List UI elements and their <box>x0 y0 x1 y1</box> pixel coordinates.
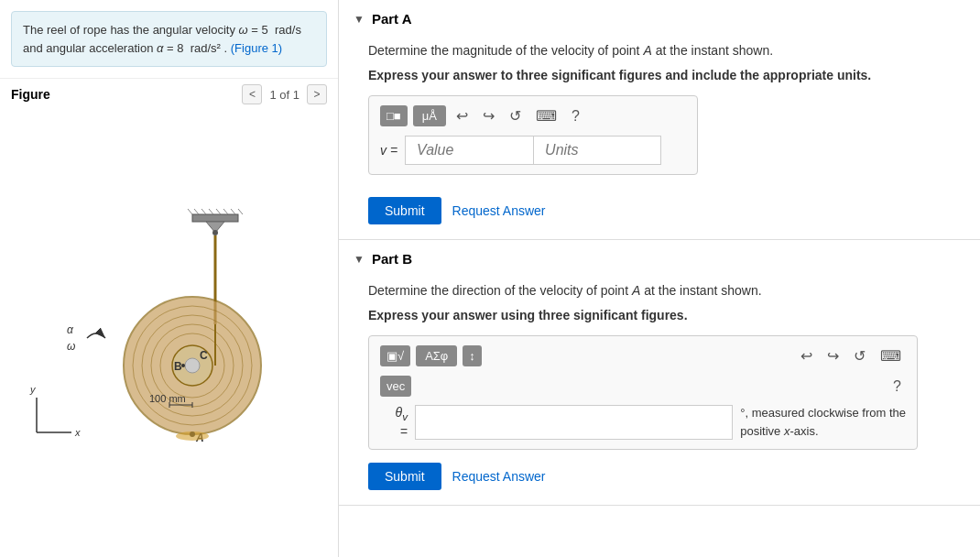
svg-text:C: C <box>200 349 208 362</box>
svg-line-5 <box>188 209 192 214</box>
part-b-symbol-icon: ΑΣφ <box>425 349 448 363</box>
part-a-actions: Submit Request Answer <box>368 197 951 224</box>
part-a-section: ▼ Part A Determine the magnitude of the … <box>339 0 980 240</box>
svg-text:x: x <box>74 427 81 438</box>
symbol-icon: μÅ <box>422 109 437 123</box>
part-b-help-btn[interactable]: ? <box>888 377 906 397</box>
part-b-header[interactable]: ▼ Part B <box>339 240 980 278</box>
part-a-input-label: v = <box>380 143 397 158</box>
svg-line-7 <box>201 209 206 214</box>
part-b-format-icon: ▣√ <box>387 349 404 363</box>
part-a-request-link[interactable]: Request Answer <box>452 203 546 218</box>
part-b-toolbar2: vec ? <box>380 376 906 397</box>
svg-line-10 <box>223 209 228 214</box>
svg-point-27 <box>181 364 185 367</box>
part-a-answer-box: □■ μÅ ↩ ↪ ↺ ⌨ ? v = <box>368 95 698 175</box>
svg-line-9 <box>216 209 221 214</box>
svg-text:α: α <box>67 323 74 336</box>
part-a-question1: Determine the magnitude of the velocity … <box>368 41 951 60</box>
part-b-actions: Submit Request Answer <box>368 463 951 490</box>
part-a-content: Determine the magnitude of the velocity … <box>339 38 980 239</box>
svg-point-25 <box>185 358 200 373</box>
part-b-undo-btn[interactable]: ↩ <box>796 345 817 366</box>
svg-line-12 <box>238 209 243 214</box>
part-a-header[interactable]: ▼ Part A <box>339 0 980 38</box>
part-b-vec-btn[interactable]: vec <box>380 376 411 397</box>
svg-text:y: y <box>29 384 37 395</box>
figure-svg: y x α ω <box>14 205 325 462</box>
part-a-input-row: v = <box>380 136 686 165</box>
part-a-help-btn[interactable]: ? <box>567 106 584 126</box>
part-a-value-input[interactable] <box>405 136 533 165</box>
part-b-question2: Express your answer using three signific… <box>368 308 951 322</box>
part-a-question2: Express your answer to three significant… <box>368 68 951 82</box>
vec-icon: vec <box>387 379 405 393</box>
left-panel: The reel of rope has the angular velocit… <box>0 0 339 557</box>
part-b-theta-label: θv = <box>380 404 408 440</box>
svg-line-8 <box>209 209 213 214</box>
part-a-refresh-btn[interactable]: ↺ <box>505 105 526 126</box>
svg-text:ω: ω <box>67 340 75 353</box>
format-icon: □■ <box>387 109 401 123</box>
figure-page-label: 1 of 1 <box>269 88 299 102</box>
part-b-title: Part B <box>372 251 412 267</box>
svg-rect-4 <box>192 214 238 222</box>
right-panel: ▼ Part A Determine the magnitude of the … <box>339 0 980 557</box>
svg-text:B: B <box>174 360 182 373</box>
problem-text-line2: and angular acceleration α = 8 rad/s² . <box>23 41 231 55</box>
part-b-format-btn[interactable]: ▣√ <box>380 345 410 366</box>
figure-link[interactable]: (Figure 1) <box>231 41 282 55</box>
part-a-undo-btn[interactable]: ↩ <box>452 105 473 126</box>
svg-line-6 <box>194 209 199 214</box>
part-b-keyboard-btn[interactable]: ⌨ <box>876 345 906 366</box>
part-b-theta-suffix: °, measured clockwise from thepositive x… <box>740 404 906 440</box>
part-a-format-btn[interactable]: □■ <box>380 105 408 126</box>
part-a-title: Part A <box>372 11 412 27</box>
problem-text-line1: The reel of rope has the angular velocit… <box>23 23 301 37</box>
part-b-redo-btn[interactable]: ↪ <box>822 345 844 366</box>
part-b-content: Determine the direction of the velocity … <box>339 278 980 505</box>
svg-text:100 mm: 100 mm <box>149 393 186 404</box>
part-b-arrows-icon: ↕ <box>469 349 475 363</box>
figure-title: Figure <box>11 87 50 102</box>
part-a-keyboard-btn[interactable]: ⌨ <box>531 105 561 126</box>
part-a-toolbar: □■ μÅ ↩ ↪ ↺ ⌨ ? <box>380 105 686 126</box>
part-a-symbol-btn[interactable]: μÅ <box>413 105 446 126</box>
part-b-theta-input[interactable] <box>415 405 733 440</box>
part-b-toolbar: ▣√ ΑΣφ ↕ ↩ ↪ ↺ ⌨ <box>380 345 906 366</box>
figure-navigation: < 1 of 1 > <box>242 84 327 104</box>
figure-area: y x α ω <box>0 110 338 557</box>
part-b-submit-button[interactable]: Submit <box>368 463 441 490</box>
svg-line-11 <box>231 209 235 214</box>
part-b-collapse-icon: ▼ <box>354 253 365 266</box>
figure-prev-button[interactable]: < <box>242 84 262 104</box>
part-b-arrows-btn[interactable]: ↕ <box>463 345 482 366</box>
part-b-question1: Determine the direction of the velocity … <box>368 281 951 300</box>
part-b-refresh-btn[interactable]: ↺ <box>849 345 870 366</box>
part-a-collapse-icon: ▼ <box>354 13 365 26</box>
part-b-request-link[interactable]: Request Answer <box>452 469 546 484</box>
part-a-redo-btn[interactable]: ↪ <box>478 105 499 126</box>
part-a-submit-button[interactable]: Submit <box>368 197 441 224</box>
svg-point-14 <box>212 230 218 235</box>
part-b-section: ▼ Part B Determine the direction of the … <box>339 240 980 506</box>
svg-point-35 <box>176 431 209 441</box>
problem-description: The reel of rope has the angular velocit… <box>11 11 327 67</box>
part-a-units-input[interactable] <box>533 136 661 165</box>
figure-next-button[interactable]: > <box>307 84 327 104</box>
part-b-answer-box: ▣√ ΑΣφ ↕ ↩ ↪ ↺ ⌨ vec <box>368 335 918 450</box>
figure-header: Figure < 1 of 1 > <box>0 78 338 110</box>
part-b-input-row: θv = °, measured clockwise from theposit… <box>380 404 906 440</box>
part-b-symbol-btn[interactable]: ΑΣφ <box>416 345 457 366</box>
